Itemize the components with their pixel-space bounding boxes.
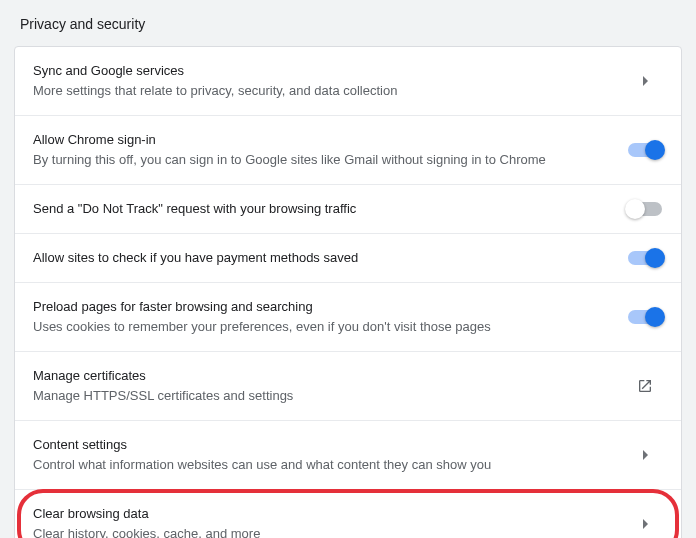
row-text: Clear browsing data Clear history, cooki… (33, 505, 627, 538)
row-subtitle: More settings that relate to privacy, se… (33, 82, 613, 100)
row-text: Allow Chrome sign-in By turning this off… (33, 131, 627, 169)
chevron-right-icon (627, 450, 663, 460)
row-subtitle: Manage HTTPS/SSL certificates and settin… (33, 387, 613, 405)
chevron-right-icon (627, 76, 663, 86)
toggle-preload-pages[interactable] (628, 310, 662, 324)
toggle-do-not-track[interactable] (628, 202, 662, 216)
row-manage-certificates[interactable]: Manage certificates Manage HTTPS/SSL cer… (15, 352, 681, 421)
row-sync-google-services[interactable]: Sync and Google services More settings t… (15, 47, 681, 116)
row-title: Content settings (33, 436, 613, 454)
row-do-not-track[interactable]: Send a "Do Not Track" request with your … (15, 185, 681, 234)
row-subtitle: Uses cookies to remember your preference… (33, 318, 613, 336)
row-title: Allow sites to check if you have payment… (33, 249, 613, 267)
settings-card: Sync and Google services More settings t… (14, 46, 682, 538)
row-text: Content settings Control what informatio… (33, 436, 627, 474)
section-title: Privacy and security (20, 16, 682, 32)
row-allow-chrome-signin[interactable]: Allow Chrome sign-in By turning this off… (15, 116, 681, 185)
row-subtitle: Control what information websites can us… (33, 456, 613, 474)
row-text: Send a "Do Not Track" request with your … (33, 200, 627, 218)
toggle-payment-methods[interactable] (628, 251, 662, 265)
row-text: Allow sites to check if you have payment… (33, 249, 627, 267)
row-clear-browsing-data[interactable]: Clear browsing data Clear history, cooki… (15, 490, 681, 538)
row-title: Clear browsing data (33, 505, 613, 523)
row-title: Send a "Do Not Track" request with your … (33, 200, 613, 218)
row-subtitle: Clear history, cookies, cache, and more (33, 525, 613, 538)
chevron-right-icon (627, 519, 663, 529)
row-text: Manage certificates Manage HTTPS/SSL cer… (33, 367, 627, 405)
row-title: Manage certificates (33, 367, 613, 385)
toggle-allow-chrome-signin[interactable] (628, 143, 662, 157)
row-payment-methods[interactable]: Allow sites to check if you have payment… (15, 234, 681, 283)
row-text: Sync and Google services More settings t… (33, 62, 627, 100)
row-title: Allow Chrome sign-in (33, 131, 613, 149)
row-title: Sync and Google services (33, 62, 613, 80)
row-title: Preload pages for faster browsing and se… (33, 298, 613, 316)
row-text: Preload pages for faster browsing and se… (33, 298, 627, 336)
row-content-settings[interactable]: Content settings Control what informatio… (15, 421, 681, 490)
row-subtitle: By turning this off, you can sign in to … (33, 151, 613, 169)
row-preload-pages[interactable]: Preload pages for faster browsing and se… (15, 283, 681, 352)
external-link-icon (627, 378, 663, 394)
